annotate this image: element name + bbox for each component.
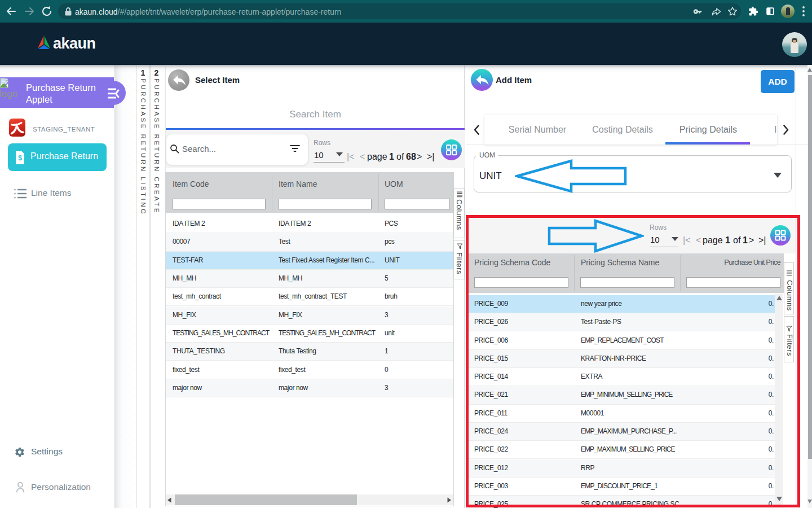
svg-text:$: $ xyxy=(18,154,22,162)
